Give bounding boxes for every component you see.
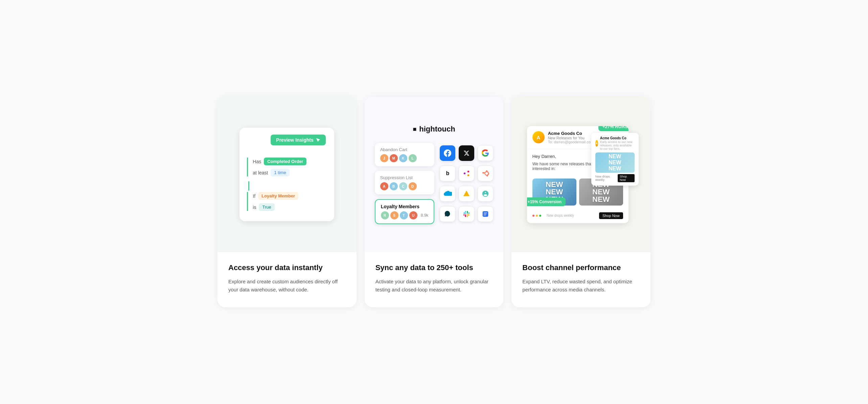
suppression-label: Suppression List [380,175,429,180]
true-tag[interactable]: True [259,203,274,211]
card-title-sync: Sync any data to 250+ tools [375,263,493,273]
preview-insights-button[interactable]: Preview Insights [271,135,325,145]
salesforce-icon [440,186,455,201]
page-wrapper: Preview Insights Has Completed Order at … [218,97,650,307]
card-sync-data: ■ hightouch Abandon Cart J M K L [365,97,504,307]
card-visual-access: Preview Insights Has Completed Order at … [218,97,357,252]
card-access-data: Preview Insights Has Completed Order at … [218,97,357,307]
conversion-badge: +15% Conversion [527,197,566,206]
email-footer: New drops weekly Shop Now [527,210,629,223]
dot-red [532,215,534,217]
abandon-cart-avatars: J M K L [380,154,429,162]
slack-icon [459,206,474,222]
card-content-sync: Sync any data to 250+ tools Activate you… [365,252,504,307]
insight-panel: Preview Insights Has Completed Order at … [239,128,334,221]
zendesk-icon [440,206,455,222]
svg-marker-3 [463,191,470,196]
segment-icon [478,186,493,201]
google-ads-icon [478,145,493,161]
card-content-boost: Boost channel performance Expand LTV, re… [511,252,650,307]
hubspot-icon [478,166,493,181]
avatar-l4: U [409,211,417,219]
roas-badge: +27% ROAS [598,126,629,131]
card-visual-boost: A Acme Goods Co New Releases for You To:… [511,97,650,252]
twitter-x-icon [459,145,474,161]
preview-insights-label: Preview Insights [276,137,313,143]
filter1-sub: at least [253,170,268,175]
svg-point-1 [467,171,470,173]
sender-avatar: A [532,131,545,143]
filter-row-1b: at least 1 time [253,169,327,176]
avatar-1: J [380,154,388,162]
segment-loyalty[interactable]: Loyalty Members R S T U 8.9k [375,199,435,224]
card-boost: A Acme Goods Co New Releases for You To:… [511,97,650,307]
avatar-l2: S [390,211,398,219]
logo-text: hightouch [419,125,455,134]
new-drops-label: New drops weekly [547,214,574,217]
intercom-icon [478,206,493,222]
segments-column: Abandon Cart J M K L Suppression List A … [375,143,435,224]
segment-abandon-cart[interactable]: Abandon Cart J M K L [375,143,435,166]
dot-yellow [536,215,538,217]
braze-icon [459,166,474,181]
avatar-s1: A [380,182,388,190]
facebook-icon [440,145,455,161]
icon-row-2: b [440,166,493,181]
avatar-l1: R [381,211,389,219]
shop-now-button[interactable]: Shop Now [599,212,623,219]
filter2-sub: is [253,205,256,210]
mini-ad-tagline: Early access to our new releases: only a… [600,140,635,150]
card-content-access: Access your data instantly Explore and c… [218,252,357,307]
mini-shop-button[interactable]: Shop Now [618,174,635,182]
loyalty-count: 8.9k [421,213,429,218]
mini-ad-header: A Acme Goods Co Early access to our new … [595,136,635,150]
loyalty-label: Loyalty Members [381,204,429,209]
hightouch-logo: ■ hightouch [413,125,455,134]
filter-row-1: Has Completed Order [253,158,327,165]
mini-new-label: NEWNEWNEW [609,153,621,172]
mini-avatar: A [595,140,598,147]
mini-ad-company: Acme Goods Co [600,136,635,140]
card-desc-access: Explore and create custom audiences dire… [228,278,346,294]
icon-row-4 [440,206,493,222]
branch-icon: b [440,166,455,181]
card-title-boost: Boost channel performance [522,263,640,273]
avatar-2: M [390,154,398,162]
filter1-label: Has [253,159,261,164]
one-time-tag[interactable]: 1 time [271,169,289,176]
avatar-4: L [409,154,417,162]
window-controls [532,215,541,217]
avatar-s3: C [399,182,407,190]
cursor-icon [316,138,320,142]
loyalty-avatars: R S T U 8.9k [381,211,429,219]
filter-row-2b: is True [253,203,327,211]
brand-icons-column: b [440,145,493,222]
filter-row-2: If Loyalty Member [253,192,327,200]
filter2-label: If [253,193,255,199]
logo-icon: ■ [413,126,416,133]
abandon-cart-label: Abandon Cart [380,147,429,152]
mini-shop-row: New drops weekly Shop Now [595,174,635,182]
mini-ad-card: A Acme Goods Co Early access to our new … [591,133,639,186]
card-title-access: Access your data instantly [228,263,346,273]
icon-row-3 [440,186,493,201]
completed-order-tag[interactable]: Completed Order [264,158,306,165]
icon-row-1 [440,145,493,161]
card-visual-sync: ■ hightouch Abandon Cart J M K L [365,97,504,252]
card-desc-boost: Expand LTV, reduce wasted spend, and opt… [522,278,640,294]
mini-ad-image: NEWNEWNEW [595,152,635,173]
avatar-s4: D [409,182,417,190]
svg-point-0 [464,172,466,174]
avatar-l3: T [400,211,408,219]
loyalty-member-tag[interactable]: Loyalty Member [258,192,298,200]
card-desc-sync: Activate your data to any platform, unlo… [375,278,493,294]
gainsight-icon [459,186,474,201]
segment-suppression[interactable]: Suppression List A B C D [375,171,435,194]
sync-container: Abandon Cart J M K L Suppression List A … [375,143,494,224]
avatar-s2: B [390,182,398,190]
avatar-3: K [399,154,407,162]
svg-point-2 [467,174,470,176]
dot-green [539,215,541,217]
mini-drops-label: New drops weekly [595,175,618,182]
suppression-avatars: A B C D [380,182,429,190]
